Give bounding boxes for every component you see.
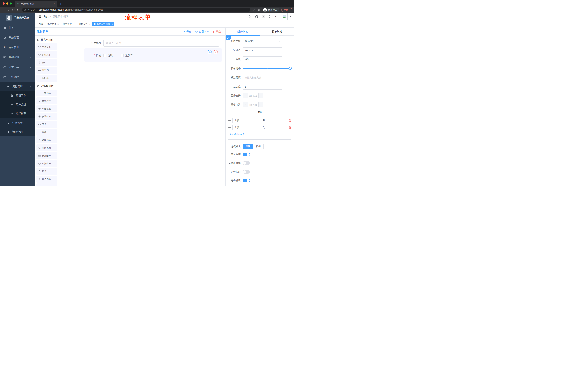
delete-component-button[interactable] xyxy=(214,50,218,54)
decrease-button[interactable]: − xyxy=(243,93,248,98)
sidebar-item-home[interactable]: 首页 xyxy=(0,23,35,33)
field-name-input[interactable] xyxy=(243,47,282,53)
sidebar-item-infrastructure[interactable]: 基础设施 xyxy=(0,53,35,62)
bookmark-star-icon[interactable] xyxy=(258,8,261,11)
component-item-radio-group[interactable]: 单选框组 xyxy=(36,105,57,112)
option-label-input[interactable] xyxy=(232,117,259,123)
sidebar-item-user-group[interactable]: 用户分组 xyxy=(0,100,35,109)
sidebar-item-leave-query[interactable]: 请假查询 xyxy=(0,128,35,137)
sidebar-item-process-management[interactable]: 流程管理 xyxy=(0,82,35,91)
window-zoom-button[interactable] xyxy=(10,2,12,5)
drag-handle-icon[interactable] xyxy=(228,126,231,129)
reload-icon[interactable] xyxy=(12,9,15,11)
tab-close-icon[interactable]: × xyxy=(54,2,55,5)
min-select-input[interactable] xyxy=(248,93,258,98)
component-item-password[interactable]: 密码 xyxy=(36,59,57,66)
style-default-button[interactable]: 默认 xyxy=(243,144,253,149)
max-select-input[interactable] xyxy=(248,102,258,107)
copy-component-button[interactable] xyxy=(208,50,212,54)
tag-process-form-edit[interactable]: 流程表单-编辑× xyxy=(92,22,114,26)
decrease-button[interactable]: − xyxy=(243,102,248,107)
phone-input[interactable] xyxy=(103,40,219,47)
component-item-slider[interactable]: 滑块 xyxy=(36,129,57,136)
show-label-switch[interactable] xyxy=(243,152,250,156)
clear-button[interactable]: 清空 xyxy=(212,30,221,33)
sidebar-item-devtools[interactable]: 研发工具 xyxy=(0,62,35,72)
increase-button[interactable]: + xyxy=(258,102,263,107)
component-item-upload[interactable]: 上传 xyxy=(36,183,57,186)
help-icon[interactable] xyxy=(262,15,265,18)
sidebar-item-system[interactable]: 系统管理 xyxy=(0,33,35,43)
fullscreen-icon[interactable] xyxy=(269,15,272,18)
tag-close-icon[interactable]: × xyxy=(57,23,59,25)
github-icon[interactable] xyxy=(255,15,258,18)
drag-handle-icon[interactable] xyxy=(228,119,231,122)
label-width-input[interactable] xyxy=(243,74,282,80)
component-item-date-range[interactable]: 日期范围 xyxy=(36,160,57,167)
sidebar-logo[interactable]: 芋道管理系统 xyxy=(0,13,35,23)
component-item-checkbox-group[interactable]: 多选框组 xyxy=(36,113,57,120)
tag-process-model[interactable]: 流程模型× xyxy=(61,22,76,26)
forward-icon[interactable] xyxy=(7,8,10,11)
component-item-counter[interactable]: 123计数器 xyxy=(36,67,57,74)
component-type-select[interactable]: 多选框组 xyxy=(243,38,282,44)
browser-tab[interactable]: 芋道管理系统 × xyxy=(15,1,57,7)
style-button-button[interactable]: 按钮 xyxy=(253,144,264,149)
link-handle-button[interactable] xyxy=(226,36,231,40)
sidebar-item-process-model[interactable]: 流程模型 xyxy=(0,109,35,118)
component-item-cascader[interactable]: 级联选择 xyxy=(36,97,57,104)
search-icon[interactable] xyxy=(248,15,252,18)
disabled-switch[interactable] xyxy=(243,170,250,174)
tag-home[interactable]: 首页 xyxy=(37,22,45,26)
update-button[interactable]: 更新 xyxy=(282,8,292,12)
window-minimize-button[interactable] xyxy=(6,2,8,5)
address-bar[interactable]: 不安全 dashboard.yudao.iocoder.cn/bpm/manag… xyxy=(22,8,250,12)
option-value-input[interactable] xyxy=(261,117,287,123)
tab-form-props[interactable]: 表单属性 xyxy=(260,28,294,36)
tag-close-icon[interactable]: × xyxy=(73,23,74,25)
component-item-date-picker[interactable]: 日期选择 xyxy=(36,152,57,159)
add-option-button[interactable]: 添加选项 xyxy=(230,132,294,136)
component-item-time-picker[interactable]: 时间选择 xyxy=(36,137,57,143)
caret-down-icon[interactable] xyxy=(290,16,292,17)
tag-close-icon[interactable]: × xyxy=(112,23,113,25)
component-item-multi-text[interactable]: 多行文本 xyxy=(36,51,57,58)
browser-menu-icon[interactable] xyxy=(290,8,291,11)
form-canvas[interactable]: * 手机号 * 性别 选项一 选项二 xyxy=(81,36,225,186)
component-item-rate[interactable]: 评分 xyxy=(36,168,57,175)
tag-process-definition[interactable]: 流程定义× xyxy=(46,22,60,26)
increase-button[interactable]: + xyxy=(258,93,263,98)
view-json-button[interactable]: 查看json xyxy=(195,30,209,33)
gender-option1-checkbox[interactable]: 选项一 xyxy=(103,54,115,57)
phone-field-row[interactable]: * 手机号 xyxy=(84,40,222,47)
window-close-button[interactable] xyxy=(2,2,5,5)
component-item-single-text[interactable]: 单行文本 xyxy=(36,43,57,50)
font-size-icon[interactable]: tT xyxy=(275,15,278,18)
option-value-input[interactable] xyxy=(261,125,287,130)
back-icon[interactable] xyxy=(2,8,5,11)
sidebar-item-payment[interactable]: ¥ 支付管理 xyxy=(0,43,35,53)
form-grid-slider[interactable] xyxy=(243,65,290,71)
save-button[interactable]: 保存 xyxy=(183,30,191,33)
component-item-time-range[interactable]: 时间范围 xyxy=(36,144,57,151)
required-switch[interactable] xyxy=(243,179,250,182)
component-item-editor[interactable]: 编辑器 xyxy=(36,74,57,82)
breadcrumb-home[interactable]: 首页 xyxy=(43,15,49,18)
gender-field-row[interactable]: * 性别 选项一 选项二 xyxy=(84,54,219,57)
remove-option-icon[interactable] xyxy=(289,126,292,129)
component-item-select[interactable]: 下拉选择 xyxy=(36,90,57,96)
component-item-switch[interactable]: 开关 xyxy=(36,121,57,128)
option-label-input[interactable] xyxy=(232,125,259,130)
component-item-color-picker[interactable]: 颜色选择 xyxy=(36,176,57,182)
new-tab-button[interactable]: + xyxy=(60,1,62,7)
border-switch[interactable] xyxy=(243,161,250,165)
remove-option-icon[interactable] xyxy=(289,119,292,122)
title-input[interactable] xyxy=(243,56,282,62)
sidebar-item-task-management[interactable]: 任务管理 xyxy=(0,118,35,128)
default-value-input[interactable] xyxy=(243,84,282,90)
avatar[interactable] xyxy=(281,13,288,20)
home-icon[interactable] xyxy=(17,8,20,11)
gender-option2-checkbox[interactable]: 选项二 xyxy=(121,54,133,57)
selected-component-block[interactable]: * 性别 选项一 选项二 xyxy=(84,48,222,62)
tab-component-props[interactable]: 组件属性 xyxy=(226,28,260,36)
